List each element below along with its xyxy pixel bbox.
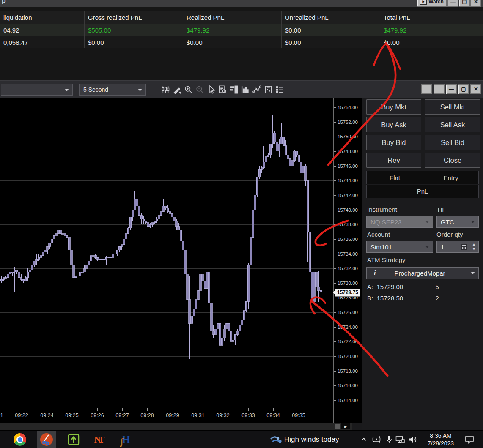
y-axis-label: 15754.00 — [338, 105, 358, 110]
taskbar-clock[interactable]: 8:36 AM 7/28/2023 — [425, 432, 457, 447]
instrument-dropdown[interactable]: NQ SEP23 — [366, 216, 433, 228]
column-header[interactable]: Unrealized PnL — [282, 11, 380, 24]
quantity-stepper[interactable]: 1 ▲▼ — [436, 241, 479, 253]
screen-record-icon[interactable] — [370, 431, 382, 448]
panel-icon[interactable] — [230, 84, 239, 95]
zoom-in-icon[interactable] — [184, 84, 193, 95]
watch-button[interactable]: ▶ Watch — [417, 0, 447, 7]
instrument-selector-dropdown[interactable] — [1, 84, 73, 96]
column-header[interactable]: Gross realized PnL — [85, 11, 183, 24]
bid-row: B: 15728.50 2 — [367, 295, 439, 302]
x-axis-label: 09:28 — [140, 412, 154, 418]
panel-button-b[interactable] — [434, 84, 445, 94]
candlestick-icon[interactable] — [161, 84, 170, 95]
y-tick — [334, 137, 336, 137]
table-row[interactable]: 04.92$505.00$479.92$0.00$479.92 — [0, 24, 483, 36]
buy-bid-button[interactable]: Buy Bid — [366, 135, 421, 150]
line-nodes-icon[interactable] — [252, 84, 261, 95]
rev-button[interactable]: Rev — [366, 153, 421, 168]
atm-strategy-dropdown[interactable]: i ProchargedMopar — [366, 267, 479, 279]
panel-button-a[interactable] — [421, 84, 432, 94]
y-axis-label: 15722.00 — [338, 339, 358, 344]
network-display-icon[interactable] — [394, 431, 406, 448]
upload-app-icon[interactable] — [66, 431, 82, 448]
speaker-icon[interactable] — [407, 431, 419, 448]
minimize-chart-button[interactable]: — — [446, 84, 457, 94]
sell-ask-button[interactable]: Sell Ask — [425, 117, 480, 132]
y-tick — [334, 166, 336, 167]
y-tick — [334, 195, 336, 196]
x-axis-label: 09:33 — [242, 412, 255, 418]
pencil-icon[interactable] — [173, 84, 181, 95]
price-axis[interactable]: 15754.0015752.0015750.0015748.0015746.00… — [333, 98, 362, 423]
column-header[interactable]: Total PnL — [380, 11, 483, 24]
sell-bid-button[interactable]: Sell Bid — [425, 135, 480, 150]
microphone-icon[interactable] — [383, 431, 395, 448]
zoom-out-icon[interactable] — [195, 84, 204, 95]
y-tick — [334, 312, 336, 313]
y-tick — [334, 180, 336, 181]
notification-center-icon[interactable] — [462, 431, 477, 448]
column-header[interactable]: liquidation — [0, 11, 85, 24]
sell-mkt-button[interactable]: Sell Mkt — [425, 99, 480, 115]
watch-label: Watch — [428, 0, 444, 5]
account-dropdown[interactable]: Sim101 — [366, 241, 433, 253]
buy-ask-button[interactable]: Buy Ask — [366, 117, 421, 132]
y-axis-label: 15742.00 — [338, 193, 358, 198]
cursor-icon[interactable] — [207, 84, 216, 95]
entry-button[interactable]: Entry — [423, 171, 479, 184]
close-chart-icon[interactable]: ✕ — [470, 84, 481, 94]
close-button[interactable]: Close — [425, 153, 480, 168]
table-cell: $0.00 — [282, 24, 380, 36]
chart-scrollbar[interactable]: ▶ — [0, 423, 352, 430]
chevron-up-icon[interactable] — [358, 431, 370, 448]
table-row[interactable]: 0,058.47$0.00$0.00$0.00$0.00 — [0, 36, 483, 48]
maximize-button[interactable]: ▢ — [459, 0, 470, 7]
info-icon: i — [374, 269, 376, 277]
x-tick — [299, 408, 299, 411]
restore-chart-button[interactable]: ▢ — [458, 84, 469, 94]
buy-mkt-button[interactable]: Buy Mkt — [366, 99, 421, 115]
y-tick — [334, 298, 336, 298]
scrollbar-handle[interactable] — [335, 424, 340, 429]
column-header[interactable]: Realized PnL — [183, 11, 282, 24]
pnl-display-button[interactable]: PnL — [366, 185, 479, 198]
price-chart[interactable] — [0, 98, 333, 408]
y-tick — [334, 385, 336, 386]
minimize-button[interactable]: — — [447, 0, 458, 7]
ninjatrader-icon[interactable]: NT — [91, 431, 107, 448]
list-icon[interactable] — [275, 84, 284, 95]
data-box-icon[interactable] — [218, 84, 227, 95]
y-tick — [334, 327, 336, 328]
scroll-right-icon[interactable]: ▶ — [341, 423, 350, 429]
snipping-tool-icon[interactable] — [38, 431, 55, 448]
pnl-table: liquidationGross realized PnLRealized Pn… — [0, 11, 483, 48]
play-icon: ▶ — [420, 0, 427, 5]
y-axis-label: 15730.00 — [338, 281, 358, 286]
y-axis-label: 15724.00 — [338, 325, 358, 330]
calculator-icon[interactable] — [461, 244, 467, 251]
time-axis[interactable]: 109:2209:2409:2509:2609:2709:2809:2909:3… — [0, 408, 333, 423]
y-tick — [334, 371, 336, 372]
chrome-icon[interactable] — [12, 431, 28, 448]
spinner-up-down-icon[interactable]: ▲▼ — [472, 242, 476, 251]
y-axis-label: 15716.00 — [338, 383, 358, 388]
table-cell: $0.00 — [85, 36, 183, 48]
y-axis-label: 15750.00 — [338, 134, 358, 139]
tif-dropdown[interactable]: GTC — [436, 216, 479, 228]
interval-dropdown[interactable]: 5 Second — [79, 84, 146, 96]
x-axis-label: 09:22 — [15, 412, 28, 418]
bar-chart-icon[interactable] — [241, 84, 250, 95]
tif-label: TIF — [436, 206, 446, 213]
weather-text[interactable]: High winds today — [284, 431, 352, 448]
x-axis-label: 09:25 — [65, 412, 78, 418]
y-axis-label: 15736.00 — [338, 237, 358, 242]
table-cell: $0.00 — [282, 36, 380, 48]
x-tick — [273, 408, 274, 411]
table-cell: $479.92 — [380, 24, 483, 36]
flat-button[interactable]: Flat — [366, 171, 423, 184]
hook-app-icon[interactable]: Hʄ — [118, 431, 134, 448]
close-icon[interactable]: ✕ — [470, 0, 481, 7]
y-axis-label: 15738.00 — [338, 222, 358, 227]
clipboard-icon[interactable] — [264, 84, 273, 95]
